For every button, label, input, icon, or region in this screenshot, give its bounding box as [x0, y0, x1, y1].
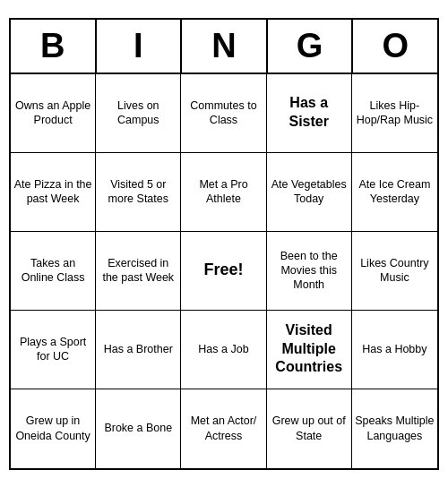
header-letter: O — [353, 20, 437, 73]
bingo-cell[interactable]: Plays a Sport for UC — [11, 311, 96, 389]
bingo-cell[interactable]: Grew up out of State — [267, 389, 352, 468]
bingo-cell[interactable]: Likes Country Music — [352, 232, 437, 311]
bingo-cell[interactable]: Met an Actor/ Actress — [181, 389, 266, 468]
bingo-cell[interactable]: Takes an Online Class — [11, 232, 96, 311]
bingo-cell[interactable]: Has a Job — [181, 311, 266, 389]
header-letter: N — [182, 20, 268, 73]
bingo-cell[interactable]: Has a Hobby — [352, 311, 437, 389]
bingo-cell[interactable]: Ate Pizza in the past Week — [11, 153, 96, 232]
bingo-cell[interactable]: Grew up in Oneida County — [11, 389, 96, 468]
bingo-cell[interactable]: Has a Brother — [96, 311, 181, 389]
bingo-cell[interactable]: Been to the Movies this Month — [267, 232, 352, 311]
bingo-cell[interactable]: Visited 5 or more States — [96, 153, 181, 232]
bingo-cell[interactable]: Met a Pro Athlete — [181, 153, 266, 232]
bingo-cell[interactable]: Exercised in the past Week — [96, 232, 181, 311]
header-letter: G — [268, 20, 354, 73]
bingo-cell[interactable]: Broke a Bone — [96, 389, 181, 468]
bingo-grid: Owns an Apple ProductLives on CampusComm… — [11, 74, 437, 468]
bingo-cell[interactable]: Free! — [181, 232, 266, 311]
bingo-cell[interactable]: Likes Hip-Hop/Rap Music — [352, 74, 437, 153]
bingo-cell[interactable]: Speaks Multiple Languages — [352, 389, 437, 468]
bingo-cell[interactable]: Ate Ice Cream Yesterday — [352, 153, 437, 232]
bingo-cell[interactable]: Lives on Campus — [96, 74, 181, 153]
bingo-cell[interactable]: Owns an Apple Product — [11, 74, 96, 153]
bingo-cell[interactable]: Has a Sister — [267, 74, 352, 153]
bingo-cell[interactable]: Ate Vegetables Today — [267, 153, 352, 232]
bingo-card: BINGO Owns an Apple ProductLives on Camp… — [9, 18, 439, 470]
header-letter: B — [11, 20, 97, 73]
header-letter: I — [97, 20, 183, 73]
bingo-cell[interactable]: Visited Multiple Countries — [267, 311, 352, 389]
bingo-cell[interactable]: Commutes to Class — [181, 74, 266, 153]
bingo-header: BINGO — [11, 20, 437, 74]
